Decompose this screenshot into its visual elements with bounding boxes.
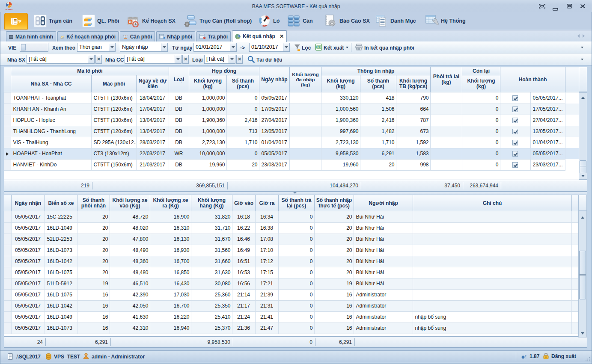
svg-text:XLS: XLS	[316, 46, 321, 48]
